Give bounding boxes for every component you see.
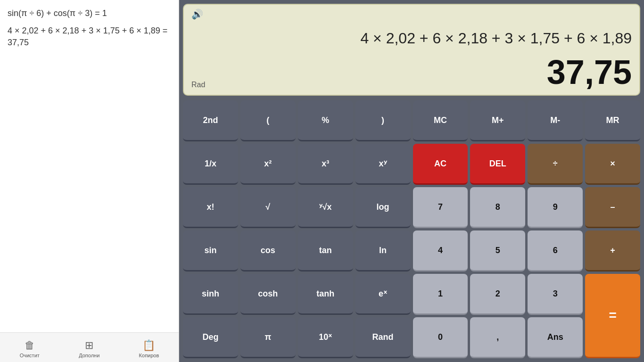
3-button[interactable]: 3 — [528, 274, 583, 315]
extra-label: Дополни — [79, 353, 99, 358]
0-button[interactable]: 0 — [413, 317, 468, 358]
equals-button[interactable]: = — [585, 274, 640, 358]
trash-icon: 🗑 — [25, 339, 35, 352]
left-panel: sin(π ÷ 6) + cos(π ÷ 3) = 1 4 × 2,02 + 6… — [0, 0, 179, 362]
4-button[interactable]: 4 — [413, 230, 468, 272]
yroot-button[interactable]: ʸ√x — [298, 187, 353, 228]
tan-button[interactable]: tan — [298, 230, 353, 272]
8-button[interactable]: 8 — [470, 187, 525, 228]
speaker-icon[interactable]: 🔊 — [191, 8, 203, 20]
extra-button[interactable]: ⊞ Дополни — [75, 337, 103, 360]
clipboard-icon: 📋 — [142, 339, 155, 352]
pow-button[interactable]: xʸ — [355, 144, 411, 185]
copy-label: Копиров — [139, 353, 159, 358]
tanh-button[interactable]: tanh — [298, 274, 353, 315]
mc-button[interactable]: MC — [413, 100, 468, 141]
divide-button[interactable]: ÷ — [528, 144, 583, 185]
grid-icon: ⊞ — [85, 339, 93, 352]
5-button[interactable]: 5 — [470, 230, 525, 272]
inv-button[interactable]: 1/x — [183, 144, 238, 185]
exp-button[interactable]: eˣ — [355, 274, 411, 315]
plus-button[interactable]: + — [585, 230, 640, 272]
1-button[interactable]: 1 — [413, 274, 468, 315]
display-mode: Rad — [191, 81, 205, 89]
del-button[interactable]: DEL — [470, 144, 525, 185]
close-paren-button[interactable]: ) — [355, 100, 411, 141]
ans-button[interactable]: Ans — [528, 317, 583, 358]
buttons-area: 2nd(%)MCM+M-MR1/xx²x³xʸACDEL÷×x!√ʸ√xlog7… — [179, 99, 644, 362]
deg-button[interactable]: Deg — [183, 317, 238, 358]
sinh-button[interactable]: sinh — [183, 274, 238, 315]
decimal-button[interactable]: , — [470, 317, 525, 358]
sqrt-button[interactable]: √ — [240, 187, 296, 228]
cube-button[interactable]: x³ — [298, 144, 353, 185]
cosh-button[interactable]: cosh — [240, 274, 296, 315]
open-paren-button[interactable]: ( — [240, 100, 296, 141]
7-button[interactable]: 7 — [413, 187, 468, 228]
log-button[interactable]: log — [355, 187, 411, 228]
rand-button[interactable]: Rand — [355, 317, 411, 358]
calculator-panel: 🔊 4 × 2,02 + 6 × 2,18 + 3 × 1,75 + 6 × 1… — [179, 0, 644, 362]
multiply-button[interactable]: × — [585, 144, 640, 185]
mplus-button[interactable]: M+ — [470, 100, 525, 141]
mr-button[interactable]: MR — [585, 100, 640, 141]
display: 🔊 4 × 2,02 + 6 × 2,18 + 3 × 1,75 + 6 × 1… — [183, 4, 640, 96]
display-bottom: Rad 37,75 — [191, 55, 632, 89]
clear-label: Очистит — [20, 353, 40, 358]
history-item-1: sin(π ÷ 6) + cos(π ÷ 3) = 1 — [8, 8, 171, 19]
6-button[interactable]: 6 — [528, 230, 583, 272]
fact-button[interactable]: x! — [183, 187, 238, 228]
bottom-toolbar: 🗑 Очистит ⊞ Дополни 📋 Копиров — [0, 332, 179, 362]
9-button[interactable]: 9 — [528, 187, 583, 228]
pi-button[interactable]: π — [240, 317, 296, 358]
minus-button[interactable]: – — [585, 187, 640, 228]
display-expression: 4 × 2,02 + 6 × 2,18 + 3 × 1,75 + 6 × 1,8… — [191, 29, 632, 47]
percent-button[interactable]: % — [298, 100, 353, 141]
display-top: 🔊 — [191, 8, 632, 20]
history-area: sin(π ÷ 6) + cos(π ÷ 3) = 1 4 × 2,02 + 6… — [0, 0, 179, 332]
ln-button[interactable]: ln — [355, 230, 411, 272]
2nd-button[interactable]: 2nd — [183, 100, 238, 141]
copy-button[interactable]: 📋 Копиров — [135, 337, 163, 360]
history-item-2: 4 × 2,02 + 6 × 2,18 + 3 × 1,75 + 6 × 1,8… — [8, 25, 171, 49]
sin-button[interactable]: sin — [183, 230, 238, 272]
ten-pow-button[interactable]: 10ˣ — [298, 317, 353, 358]
cos-button[interactable]: cos — [240, 230, 296, 272]
clear-button[interactable]: 🗑 Очистит — [16, 337, 43, 360]
display-result: 37,75 — [547, 55, 632, 89]
sq-button[interactable]: x² — [240, 144, 296, 185]
ac-button[interactable]: AC — [413, 144, 468, 185]
2-button[interactable]: 2 — [470, 274, 525, 315]
mminus-button[interactable]: M- — [528, 100, 583, 141]
